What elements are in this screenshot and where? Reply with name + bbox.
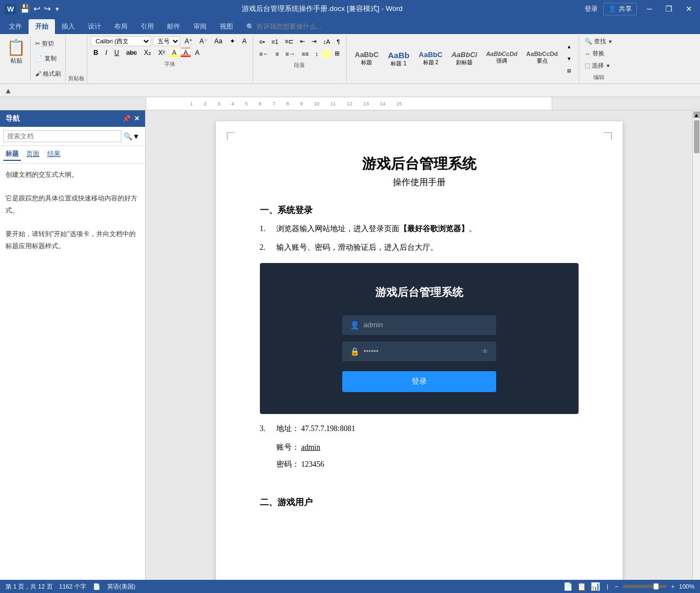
tab-view[interactable]: 视图: [213, 19, 240, 34]
subscript-btn[interactable]: X₂: [141, 48, 154, 58]
quick-access-dropdown[interactable]: ▼: [54, 6, 60, 12]
list-item-1: 1. 浏览器输入网站地址，进入登录页面【最好谷歌浏览器】。: [260, 223, 579, 235]
styles-scroll-down[interactable]: ▼: [564, 54, 574, 63]
zoom-minus-btn[interactable]: −: [615, 583, 618, 590]
sidebar-tab-pages[interactable]: 页面: [24, 148, 42, 161]
select-btn[interactable]: ⬚ 选择 ▼: [582, 60, 615, 71]
underline-btn[interactable]: U: [112, 48, 122, 58]
tab-file[interactable]: 文件: [2, 19, 29, 34]
tab-insert[interactable]: 插入: [55, 19, 81, 34]
replace-btn[interactable]: ↔ 替换: [582, 48, 615, 59]
highlight-btn[interactable]: A: [169, 48, 179, 58]
show-marks-btn[interactable]: ¶: [334, 37, 343, 47]
paste-button[interactable]: 📋 粘贴: [2, 36, 31, 81]
password-toggle: 👁: [482, 348, 488, 355]
save-icon[interactable]: 💾: [20, 4, 30, 14]
style-important[interactable]: AaBbCcDd 要点: [523, 49, 562, 69]
font-group: Calibri (西文 五号 A⁺ A⁻ Aa ✦ A B I U abc X₂…: [87, 35, 253, 82]
border-btn[interactable]: ⊞: [332, 48, 342, 59]
list-bullet-btn[interactable]: ≡•: [257, 37, 268, 47]
view-layout-btn[interactable]: 📊: [591, 582, 600, 591]
sidebar-tab-headings[interactable]: 标题: [3, 148, 21, 161]
format-brush-button[interactable]: 🖌 格式刷: [33, 69, 63, 79]
styles-scroll-up[interactable]: ▲: [564, 42, 574, 51]
sidebar-search: 🔍▼: [0, 127, 145, 146]
select-dropdown[interactable]: ▼: [605, 63, 610, 69]
zoom-thumb[interactable]: [653, 583, 659, 590]
cut-button[interactable]: ✂ 剪切: [33, 38, 63, 49]
align-left-btn[interactable]: ≡←: [257, 49, 271, 59]
tab-review[interactable]: 审阅: [187, 19, 213, 34]
font-grow-btn[interactable]: A⁺: [182, 36, 195, 46]
indent-decrease-btn[interactable]: ⇤: [297, 36, 308, 47]
share-area[interactable]: 👤 共享: [603, 3, 637, 15]
style-emphasis[interactable]: AaBbCcDd 强调: [482, 49, 521, 69]
style-heading1[interactable]: AaBb 标题 1: [384, 49, 414, 69]
font-shrink-btn[interactable]: A⁻: [197, 36, 210, 46]
corner-marker-tr: [604, 132, 612, 140]
font-color-btn[interactable]: A: [181, 48, 191, 58]
view-reading-btn[interactable]: 📋: [577, 582, 586, 591]
tab-mail[interactable]: 邮件: [160, 19, 187, 34]
tab-help[interactable]: 🔍 告诉我您想要做什么...: [240, 19, 328, 34]
shading-btn[interactable]: [322, 50, 331, 58]
list-multilevel-btn[interactable]: ≡⊏: [282, 36, 296, 47]
scroll-thumb[interactable]: [694, 120, 699, 153]
list-num-2: 2.: [260, 242, 276, 254]
align-justify-btn[interactable]: ≡≡: [299, 49, 312, 59]
font-size-select[interactable]: 五号: [153, 36, 180, 46]
sidebar-pin-icon[interactable]: 📌: [123, 115, 131, 122]
align-right-btn[interactable]: ≡→: [283, 49, 298, 59]
indent-increase-btn[interactable]: ⇥: [309, 36, 319, 47]
font-A-btn[interactable]: A: [240, 36, 249, 46]
password-label: 密码：: [276, 460, 299, 468]
vertical-scrollbar[interactable]: ▲ ▼: [692, 110, 700, 590]
style-sample-heading: AaBbC: [355, 51, 379, 59]
font-name-select[interactable]: Calibri (西文: [91, 36, 151, 46]
clear-format-btn[interactable]: Aa: [212, 36, 225, 46]
align-center-btn[interactable]: ≡: [273, 49, 281, 59]
bold-btn[interactable]: B: [91, 48, 101, 58]
redo-icon[interactable]: ↪: [44, 4, 51, 14]
sort-btn[interactable]: ↕A: [320, 37, 333, 47]
styles-more[interactable]: ⊞: [564, 66, 574, 75]
scroll-up-btn[interactable]: ▲: [693, 111, 700, 118]
list-text-1: 浏览器输入网站地址，进入登录页面【最好谷歌浏览器】。: [276, 223, 579, 235]
restore-btn[interactable]: ❐: [662, 3, 676, 14]
line-spacing-btn[interactable]: ↕: [313, 49, 321, 59]
list-number-btn[interactable]: ≡1: [269, 37, 281, 47]
sidebar-content: 创建文档的交互式大纲。 它是跟踪您的具体位置或快速移动内容的好方式。 要开始，请…: [0, 164, 145, 258]
copy-button[interactable]: 📄 复制: [33, 53, 63, 64]
style-subtitle[interactable]: AaBbCi 剧标题: [447, 49, 481, 69]
minimize-btn[interactable]: ─: [643, 3, 655, 14]
tab-home[interactable]: 开始: [29, 19, 55, 34]
zoom-slider[interactable]: [623, 585, 666, 588]
tab-references[interactable]: 引用: [134, 19, 160, 34]
strikethrough-btn[interactable]: abc: [124, 48, 140, 58]
font-color2-btn[interactable]: A: [192, 48, 202, 58]
find-dropdown[interactable]: ▼: [608, 39, 613, 44]
style-heading[interactable]: AaBbC 标题: [351, 49, 382, 69]
search-input[interactable]: [3, 130, 121, 142]
title-bar-left: W 💾 ↩ ↪ ▼: [4, 4, 60, 14]
ribbon: 📋 粘贴 ✂ 剪切 📄 复制 🖌 格式刷 剪贴板 Calibri (西文: [0, 34, 700, 84]
zoom-plus-btn[interactable]: +: [671, 583, 674, 590]
search-btn[interactable]: 🔍▼: [121, 131, 142, 142]
undo-icon[interactable]: ↩: [34, 4, 41, 14]
sidebar-close-icon[interactable]: ✕: [134, 115, 140, 122]
superscript-btn[interactable]: X²: [155, 48, 168, 58]
collapse-icon[interactable]: ▲: [4, 86, 12, 95]
tab-layout[interactable]: 布局: [108, 19, 134, 34]
view-normal-btn[interactable]: 📄: [563, 582, 573, 591]
find-btn[interactable]: 🔍 查找 ▼: [582, 36, 615, 47]
style-heading2[interactable]: AaBbC 标题 2: [415, 49, 446, 69]
format-brush-icon: 🖌: [35, 70, 41, 77]
sidebar-tab-results[interactable]: 结果: [45, 148, 63, 161]
login-button[interactable]: 登录: [342, 371, 496, 392]
tab-design[interactable]: 设计: [81, 19, 108, 34]
font-magic-btn[interactable]: ✦: [227, 36, 238, 46]
list-item-2: 2. 输入账号、密码，滑动验证后，进入后台大厅。: [260, 242, 579, 254]
italic-btn[interactable]: I: [103, 48, 110, 58]
login-label[interactable]: 登录: [585, 4, 598, 14]
close-btn[interactable]: ✕: [682, 3, 696, 14]
